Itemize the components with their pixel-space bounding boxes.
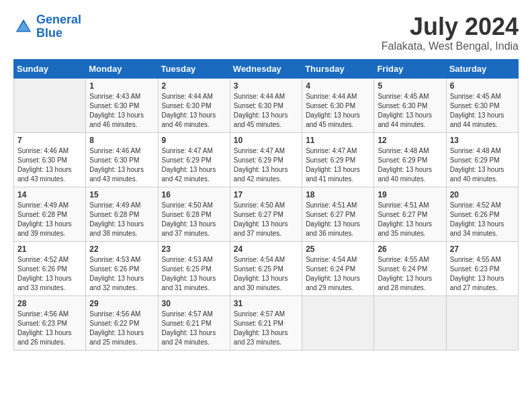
calendar-cell: 10 Sunrise: 4:47 AMSunset: 6:29 PMDaylig… [230, 132, 302, 187]
calendar-cell: 29 Sunrise: 4:56 AMSunset: 6:22 PMDaylig… [86, 295, 158, 350]
calendar-cell: 27 Sunrise: 4:55 AMSunset: 6:23 PMDaylig… [446, 241, 518, 295]
calendar-cell: 2 Sunrise: 4:44 AMSunset: 6:30 PMDayligh… [158, 78, 230, 132]
day-info: Sunrise: 4:45 AMSunset: 6:30 PMDaylight:… [450, 92, 515, 130]
day-info: Sunrise: 4:47 AMSunset: 6:29 PMDaylight:… [306, 146, 370, 184]
day-header-thursday: Thursday [302, 59, 374, 78]
day-number: 9 [162, 136, 226, 145]
day-number: 23 [162, 244, 226, 254]
calendar-cell: 19 Sunrise: 4:51 AMSunset: 6:27 PMDaylig… [374, 187, 446, 241]
calendar-cell: 13 Sunrise: 4:48 AMSunset: 6:29 PMDaylig… [446, 132, 518, 187]
month-title: July 2024 [382, 13, 519, 40]
day-info: Sunrise: 4:55 AMSunset: 6:23 PMDaylight:… [450, 255, 515, 293]
week-row-3: 14 Sunrise: 4:49 AMSunset: 6:28 PMDaylig… [14, 187, 519, 241]
day-header-wednesday: Wednesday [230, 59, 302, 78]
day-info: Sunrise: 4:46 AMSunset: 6:30 PMDaylight:… [89, 146, 154, 184]
calendar-cell [374, 295, 446, 350]
day-info: Sunrise: 4:52 AMSunset: 6:26 PMDaylight:… [17, 255, 82, 293]
day-info: Sunrise: 4:53 AMSunset: 6:26 PMDaylight:… [89, 255, 154, 293]
day-header-friday: Friday [374, 59, 446, 78]
calendar-table: SundayMondayTuesdayWednesdayThursdayFrid… [13, 59, 519, 351]
calendar-cell: 14 Sunrise: 4:49 AMSunset: 6:28 PMDaylig… [14, 187, 86, 241]
day-number: 30 [162, 299, 226, 308]
week-row-4: 21 Sunrise: 4:52 AMSunset: 6:26 PMDaylig… [14, 241, 519, 295]
calendar-cell: 16 Sunrise: 4:50 AMSunset: 6:28 PMDaylig… [158, 187, 230, 241]
calendar-cell: 3 Sunrise: 4:44 AMSunset: 6:30 PMDayligh… [230, 78, 302, 132]
day-info: Sunrise: 4:55 AMSunset: 6:24 PMDaylight:… [378, 255, 442, 293]
day-info: Sunrise: 4:51 AMSunset: 6:27 PMDaylight:… [306, 201, 370, 238]
day-info: Sunrise: 4:54 AMSunset: 6:24 PMDaylight:… [306, 255, 370, 293]
day-number: 20 [450, 190, 515, 199]
location: Falakata, West Bengal, India [382, 40, 519, 52]
calendar-cell: 31 Sunrise: 4:57 AMSunset: 6:21 PMDaylig… [230, 295, 302, 350]
calendar-cell: 22 Sunrise: 4:53 AMSunset: 6:26 PMDaylig… [86, 241, 158, 295]
day-info: Sunrise: 4:57 AMSunset: 6:21 PMDaylight:… [234, 310, 298, 347]
day-number: 8 [89, 136, 154, 145]
calendar-cell: 23 Sunrise: 4:53 AMSunset: 6:25 PMDaylig… [158, 241, 230, 295]
day-info: Sunrise: 4:48 AMSunset: 6:29 PMDaylight:… [378, 146, 442, 184]
calendar-cell: 25 Sunrise: 4:54 AMSunset: 6:24 PMDaylig… [302, 241, 374, 295]
day-number: 22 [89, 244, 154, 254]
page-header: General Blue July 2024 Falakata, West Be… [13, 13, 519, 52]
day-header-saturday: Saturday [446, 59, 518, 78]
week-row-5: 28 Sunrise: 4:56 AMSunset: 6:23 PMDaylig… [14, 295, 519, 350]
day-number: 4 [306, 81, 370, 91]
day-number: 11 [306, 136, 370, 145]
day-number: 15 [89, 190, 154, 199]
day-number: 6 [450, 81, 515, 91]
logo: General Blue [13, 13, 81, 40]
day-info: Sunrise: 4:53 AMSunset: 6:25 PMDaylight:… [162, 255, 226, 293]
day-header-monday: Monday [86, 59, 158, 78]
calendar-cell: 21 Sunrise: 4:52 AMSunset: 6:26 PMDaylig… [14, 241, 86, 295]
day-info: Sunrise: 4:47 AMSunset: 6:29 PMDaylight:… [234, 146, 298, 184]
calendar-cell [446, 295, 518, 350]
logo-text: General Blue [36, 13, 81, 40]
day-info: Sunrise: 4:49 AMSunset: 6:28 PMDaylight:… [89, 201, 154, 238]
day-info: Sunrise: 4:50 AMSunset: 6:27 PMDaylight:… [234, 201, 298, 238]
calendar-cell: 12 Sunrise: 4:48 AMSunset: 6:29 PMDaylig… [374, 132, 446, 187]
day-number: 27 [450, 244, 515, 254]
calendar-cell: 24 Sunrise: 4:54 AMSunset: 6:25 PMDaylig… [230, 241, 302, 295]
day-info: Sunrise: 4:44 AMSunset: 6:30 PMDaylight:… [162, 92, 226, 130]
day-info: Sunrise: 4:46 AMSunset: 6:30 PMDaylight:… [17, 146, 82, 184]
calendar-cell: 26 Sunrise: 4:55 AMSunset: 6:24 PMDaylig… [374, 241, 446, 295]
calendar-cell: 7 Sunrise: 4:46 AMSunset: 6:30 PMDayligh… [14, 132, 86, 187]
calendar-cell: 9 Sunrise: 4:47 AMSunset: 6:29 PMDayligh… [158, 132, 230, 187]
day-info: Sunrise: 4:47 AMSunset: 6:29 PMDaylight:… [162, 146, 226, 184]
day-number: 26 [378, 244, 442, 254]
calendar-cell: 17 Sunrise: 4:50 AMSunset: 6:27 PMDaylig… [230, 187, 302, 241]
day-number: 25 [306, 244, 370, 254]
day-number: 19 [378, 190, 442, 199]
day-info: Sunrise: 4:48 AMSunset: 6:29 PMDaylight:… [450, 146, 515, 184]
header-row: SundayMondayTuesdayWednesdayThursdayFrid… [14, 59, 519, 78]
day-info: Sunrise: 4:44 AMSunset: 6:30 PMDaylight:… [306, 92, 370, 130]
day-info: Sunrise: 4:56 AMSunset: 6:22 PMDaylight:… [89, 310, 154, 347]
day-info: Sunrise: 4:54 AMSunset: 6:25 PMDaylight:… [234, 255, 298, 293]
day-number: 16 [162, 190, 226, 199]
day-number: 28 [17, 299, 82, 308]
day-info: Sunrise: 4:44 AMSunset: 6:30 PMDaylight:… [234, 92, 298, 130]
calendar-cell: 28 Sunrise: 4:56 AMSunset: 6:23 PMDaylig… [14, 295, 86, 350]
day-number: 18 [306, 190, 370, 199]
day-number: 3 [234, 81, 298, 91]
calendar-cell: 5 Sunrise: 4:45 AMSunset: 6:30 PMDayligh… [374, 78, 446, 132]
day-header-tuesday: Tuesday [158, 59, 230, 78]
day-number: 14 [17, 190, 82, 199]
day-info: Sunrise: 4:49 AMSunset: 6:28 PMDaylight:… [17, 201, 82, 238]
title-area: July 2024 Falakata, West Bengal, India [382, 13, 519, 52]
day-info: Sunrise: 4:56 AMSunset: 6:23 PMDaylight:… [17, 310, 82, 347]
calendar-cell [302, 295, 374, 350]
day-number: 12 [378, 136, 442, 145]
day-info: Sunrise: 4:45 AMSunset: 6:30 PMDaylight:… [378, 92, 442, 130]
day-info: Sunrise: 4:51 AMSunset: 6:27 PMDaylight:… [378, 201, 442, 238]
calendar-cell: 4 Sunrise: 4:44 AMSunset: 6:30 PMDayligh… [302, 78, 374, 132]
calendar-cell: 6 Sunrise: 4:45 AMSunset: 6:30 PMDayligh… [446, 78, 518, 132]
calendar-cell: 1 Sunrise: 4:43 AMSunset: 6:30 PMDayligh… [86, 78, 158, 132]
day-number: 10 [234, 136, 298, 145]
calendar-cell [14, 78, 86, 132]
day-number: 7 [17, 136, 82, 145]
week-row-2: 7 Sunrise: 4:46 AMSunset: 6:30 PMDayligh… [14, 132, 519, 187]
day-number: 2 [162, 81, 226, 91]
day-number: 13 [450, 136, 515, 145]
day-info: Sunrise: 4:50 AMSunset: 6:28 PMDaylight:… [162, 201, 226, 238]
day-info: Sunrise: 4:43 AMSunset: 6:30 PMDaylight:… [89, 92, 154, 130]
